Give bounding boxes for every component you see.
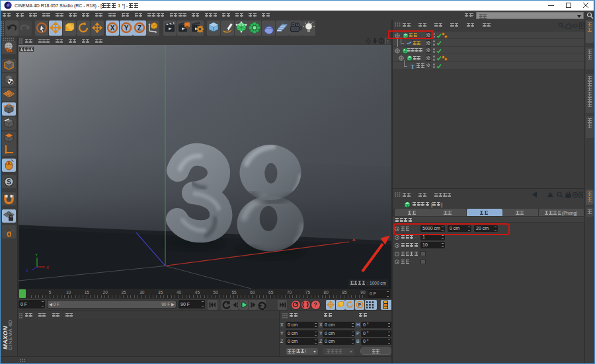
svg-text:P: P (358, 302, 362, 307)
svg-text:X: X (46, 266, 49, 270)
svg-text:Y: Y (124, 24, 129, 32)
svg-text:X: X (110, 24, 115, 32)
svg-text:T: T (411, 63, 415, 69)
svg-text:Z: Z (138, 24, 141, 32)
svg-text:Y: Y (35, 253, 38, 257)
svg-text:S: S (7, 178, 11, 186)
svg-text:?: ? (313, 301, 317, 308)
svg-text:Z: Z (26, 269, 28, 273)
